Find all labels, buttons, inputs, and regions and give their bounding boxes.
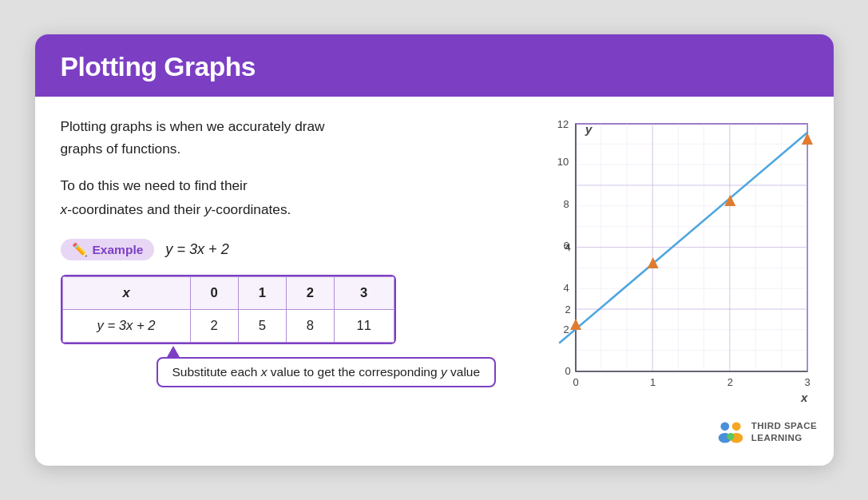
values-table: x 0 1 2 3 y = 3x + 2 2 5 8 11 <box>62 276 394 343</box>
description-line2: graphs of functions. <box>61 141 181 157</box>
table-header-row: x 0 1 2 3 <box>62 277 394 310</box>
svg-text:2: 2 <box>565 304 570 315</box>
table-row-label: y = 3x + 2 <box>62 310 190 343</box>
graph-wrapper: 0 1 2 3 0 2 4 4 2 4 6 8 10 12 <box>545 116 817 411</box>
coord-line4-suffix: ‑coordinates. <box>212 201 291 217</box>
svg-point-26 <box>727 433 734 440</box>
example-row: ✏️ Example y = 3x + 2 <box>61 239 497 260</box>
svg-point-22 <box>720 422 729 431</box>
description-block: Plotting graphs is when we accurately dr… <box>61 116 497 160</box>
svg-text:10: 10 <box>557 156 569 168</box>
svg-text:0: 0 <box>573 376 578 388</box>
description-line1: Plotting graphs is when we accurately dr… <box>61 118 325 134</box>
table-header-col: x <box>62 277 190 310</box>
table-x-3: 3 <box>334 277 394 310</box>
annotation-area: Substitute each x value to get the corre… <box>157 346 497 387</box>
annotation-box: Substitute each x value to get the corre… <box>157 357 497 387</box>
svg-text:x: x <box>800 391 808 404</box>
table-x-2: 2 <box>286 277 334 310</box>
svg-text:3: 3 <box>804 376 810 388</box>
example-badge-label: Example <box>93 243 144 257</box>
table-values-row: y = 3x + 2 2 5 8 11 <box>62 310 394 343</box>
annotation-text: Substitute each x value to get the corre… <box>172 365 481 379</box>
table-y-2: 8 <box>286 310 334 343</box>
coordinates-text: To do this we need to find their x‑coord… <box>61 174 497 221</box>
svg-text:12: 12 <box>557 118 569 130</box>
svg-text:y: y <box>585 122 593 136</box>
tsl-logo <box>716 418 745 446</box>
example-equation: y = 3x + 2 <box>165 241 228 258</box>
table-y-1: 5 <box>238 310 286 343</box>
logo-text: THIRD SPACE LEARNING <box>751 420 817 444</box>
svg-text:1: 1 <box>650 376 656 388</box>
svg-point-23 <box>732 422 741 431</box>
svg-text:2: 2 <box>727 376 733 388</box>
table-y-0: 2 <box>190 310 238 343</box>
coord-line3: To do this we need to find their <box>61 177 248 193</box>
page-title: Plotting Graphs <box>61 52 808 82</box>
logo-line1: THIRD SPACE <box>751 420 817 432</box>
graph-svg: 0 1 2 3 0 2 4 4 2 4 6 8 10 12 <box>545 116 817 411</box>
table-x-1: 1 <box>238 277 286 310</box>
svg-text:4: 4 <box>563 282 569 294</box>
table-section: x 0 1 2 3 y = 3x + 2 2 5 8 11 <box>61 275 497 387</box>
table-x-0: 0 <box>190 277 238 310</box>
content-area: Plotting graphs is when we accurately dr… <box>35 97 834 466</box>
coord-line4-y: y <box>204 201 212 217</box>
pencil-icon: ✏️ <box>72 242 88 257</box>
main-card: Plotting Graphs Plotting graphs is when … <box>35 34 834 466</box>
svg-text:6: 6 <box>563 240 569 252</box>
coord-line4-mid: ‑coordinates and their <box>67 201 204 217</box>
logo-line2: LEARNING <box>751 432 817 444</box>
table-y-3: 11 <box>334 310 394 343</box>
page-header: Plotting Graphs <box>35 34 834 97</box>
example-badge: ✏️ Example <box>61 239 155 260</box>
svg-text:2: 2 <box>563 323 569 335</box>
right-panel: 0 1 2 3 0 2 4 4 2 4 6 8 10 12 <box>521 116 817 446</box>
left-panel: Plotting graphs is when we accurately dr… <box>61 116 497 446</box>
coord-line4-prefix: x <box>61 201 68 217</box>
logo-row: THIRD SPACE LEARNING <box>716 418 817 446</box>
table-container: x 0 1 2 3 y = 3x + 2 2 5 8 11 <box>61 275 396 344</box>
svg-text:0: 0 <box>565 365 570 377</box>
svg-text:8: 8 <box>563 198 569 210</box>
